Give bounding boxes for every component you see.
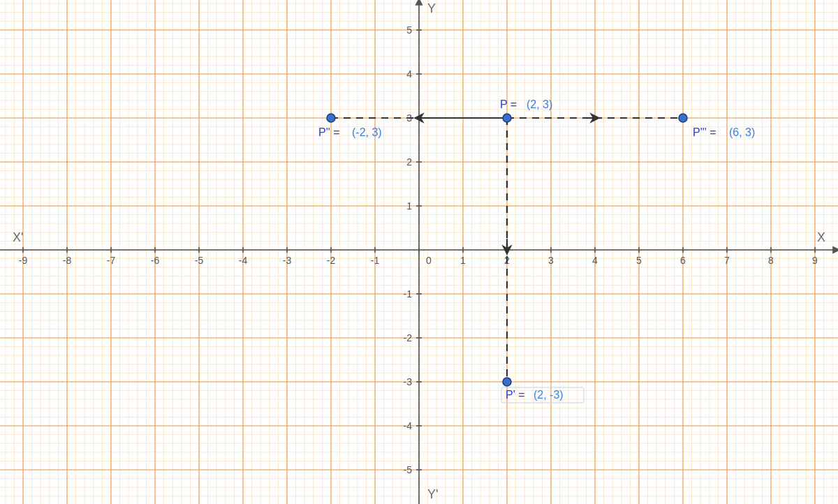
coordinate-plane[interactable]: -9-8-7-6-5-4-3-2-1123456789-5-4-3-2-1123… (0, 0, 838, 504)
point-label-name: P''' = (693, 126, 716, 138)
point-label-coord: (6, 3) (729, 126, 755, 138)
x-tick-label: -1 (371, 255, 380, 266)
origin-label: 0 (426, 255, 432, 266)
point-label-coord: (-2, 3) (352, 126, 382, 138)
point-label-name: P = (500, 98, 517, 110)
x-tick-label: 1 (460, 255, 466, 266)
x-tick-label: -2 (327, 255, 336, 266)
y-tick-label: -5 (404, 464, 413, 475)
x-tick-label: -5 (195, 255, 204, 266)
point-P[interactable] (503, 114, 511, 122)
y-tick-label: -2 (404, 332, 413, 343)
point-P'''[interactable] (679, 114, 687, 122)
x-tick-label: 6 (680, 255, 686, 266)
x-tick-label: -4 (239, 255, 248, 266)
axis-label-y-positive: Y (427, 1, 436, 15)
point-label-name: P'' = (318, 126, 340, 138)
point-label-name: P' = (506, 389, 525, 401)
x-tick-label: 9 (812, 255, 818, 266)
y-tick-label: 1 (406, 200, 412, 212)
point-P''[interactable] (327, 114, 335, 122)
x-tick-label: 8 (768, 255, 774, 266)
axis-label-x-negative: X' (13, 230, 23, 244)
point-label-coord: (2, 3) (527, 98, 552, 110)
x-tick-label: -6 (151, 255, 160, 266)
y-tick-label: 4 (406, 68, 412, 80)
x-tick-label: -3 (283, 255, 292, 266)
x-tick-label: 7 (724, 255, 730, 266)
x-tick-label: -7 (107, 255, 116, 266)
point-P'[interactable] (503, 378, 511, 386)
y-tick-label: 2 (406, 156, 412, 168)
point-label-coord: (2, -3) (534, 389, 564, 401)
axis-label-y-negative: Y' (427, 487, 438, 501)
x-tick-label: -9 (19, 255, 28, 266)
x-tick-label: 3 (548, 255, 554, 266)
y-tick-label: -4 (404, 420, 413, 431)
y-tick-label: 5 (406, 24, 412, 36)
y-tick-label: -1 (404, 288, 413, 299)
x-tick-label: -8 (63, 255, 72, 266)
x-tick-label: 4 (592, 255, 598, 266)
x-tick-label: 5 (636, 255, 642, 266)
y-tick-label: -3 (404, 376, 413, 387)
axis-label-x-positive: X (817, 230, 825, 244)
